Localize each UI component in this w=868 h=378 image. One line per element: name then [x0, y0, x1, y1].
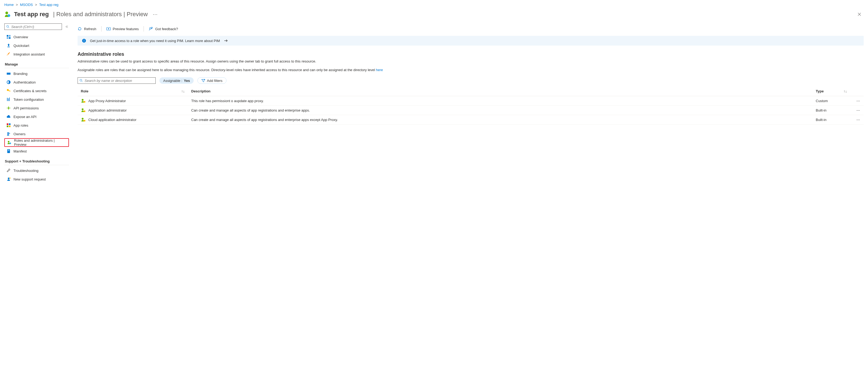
- sort-icon[interactable]: ↑↓: [181, 89, 185, 93]
- preview-label: Preview features: [113, 27, 139, 31]
- svg-rect-15: [10, 90, 10, 92]
- sidebar-item-app-roles[interactable]: App roles: [4, 121, 69, 129]
- collapse-sidebar-button[interactable]: [65, 25, 69, 29]
- section-desc-2: Assignable roles are roles that can be a…: [78, 67, 864, 73]
- sidebar-item-authentication[interactable]: Authentication: [4, 78, 69, 86]
- svg-point-45: [82, 118, 84, 120]
- sidebar-search-input[interactable]: [11, 25, 60, 29]
- svg-point-24: [7, 132, 9, 134]
- sidebar-item-roles-admins[interactable]: Roles and administrators | Preview: [4, 138, 69, 147]
- role-search-input[interactable]: [85, 79, 154, 83]
- sidebar-item-new-support[interactable]: New support request: [4, 175, 69, 183]
- sidebar-group-support: Support + Troubleshooting: [4, 155, 69, 165]
- sidebar-item-label: Troubleshooting: [13, 169, 38, 173]
- more-menu-button[interactable]: ⋯: [151, 11, 159, 17]
- sidebar-item-label: API permissions: [13, 106, 39, 110]
- breadcrumb-msods[interactable]: MSODS: [20, 3, 33, 7]
- svg-line-3: [8, 27, 9, 28]
- svg-point-25: [9, 133, 10, 134]
- row-more-button[interactable]: ⋯: [850, 96, 864, 106]
- preview-icon: [106, 27, 111, 31]
- info-icon: [82, 38, 86, 43]
- sidebar-item-api-permissions[interactable]: API permissions: [4, 104, 69, 112]
- sort-icon[interactable]: ↑↓: [843, 89, 847, 93]
- refresh-label: Refresh: [84, 27, 96, 31]
- svg-rect-7: [9, 37, 10, 39]
- role-type: Built-in: [812, 106, 850, 115]
- api-permissions-icon: [6, 106, 11, 110]
- key-icon: [6, 89, 11, 93]
- sidebar-item-quickstart[interactable]: Quickstart: [4, 41, 69, 50]
- filter-assignable-value: Yes: [184, 79, 190, 83]
- command-bar: Refresh Preview features Got feedback?: [78, 24, 864, 34]
- sidebar-item-branding[interactable]: Branding: [4, 69, 69, 78]
- role-icon: [81, 108, 86, 113]
- main-content: Refresh Preview features Got feedback? G…: [69, 24, 864, 124]
- sidebar-item-expose-api[interactable]: Expose an API: [4, 112, 69, 121]
- svg-rect-23: [9, 125, 10, 127]
- wrench-icon: [6, 168, 11, 173]
- close-button[interactable]: [855, 10, 864, 19]
- column-role[interactable]: Role↑↓: [78, 86, 188, 96]
- search-icon: [6, 25, 10, 29]
- sidebar-search[interactable]: [4, 24, 62, 30]
- role-name: Application administrator: [88, 108, 127, 112]
- sidebar-item-label: Branding: [13, 72, 28, 76]
- table-row[interactable]: Cloud application administratorCan creat…: [78, 115, 864, 124]
- chevron-double-left-icon: [65, 25, 68, 28]
- refresh-button[interactable]: Refresh: [78, 27, 96, 31]
- sidebar-item-label: Owners: [13, 132, 26, 136]
- breadcrumb-separator: >: [35, 3, 37, 7]
- column-type[interactable]: Type↑↓: [812, 86, 850, 96]
- role-name: Cloud application administrator: [88, 118, 136, 122]
- banner-learn-more-arrow[interactable]: [224, 38, 228, 43]
- breadcrumb-home[interactable]: Home: [4, 3, 14, 7]
- roles-table: Role↑↓ Description Type↑↓ App Proxy Admi…: [78, 86, 864, 124]
- table-row[interactable]: Application administratorCan create and …: [78, 106, 864, 115]
- info-banner: Get just-in-time access to a role when y…: [78, 36, 864, 46]
- authentication-icon: [6, 80, 11, 84]
- svg-rect-6: [7, 37, 8, 39]
- svg-line-40: [82, 81, 83, 82]
- sidebar-item-label: Authentication: [13, 80, 36, 84]
- feedback-button[interactable]: Got feedback?: [149, 27, 178, 31]
- table-row[interactable]: App Proxy AdministratorThis role has per…: [78, 96, 864, 106]
- breadcrumb-app[interactable]: Test app reg: [39, 3, 59, 7]
- svg-point-26: [8, 141, 9, 143]
- role-description: Can create and manage all aspects of app…: [188, 106, 812, 115]
- preview-features-button[interactable]: Preview features: [106, 27, 139, 31]
- svg-point-19: [8, 107, 9, 109]
- row-more-button[interactable]: ⋯: [850, 115, 864, 124]
- svg-point-35: [150, 27, 151, 29]
- page-title: Test app reg: [14, 11, 49, 18]
- breadcrumb: Home > MSODS > Test app reg: [0, 0, 868, 8]
- breadcrumb-separator: >: [16, 3, 18, 7]
- sidebar-item-owners[interactable]: Owners: [4, 129, 69, 138]
- sidebar-item-troubleshooting[interactable]: Troubleshooting: [4, 166, 69, 175]
- role-type: Custom: [812, 96, 850, 106]
- role-search[interactable]: [78, 77, 156, 84]
- column-description[interactable]: Description: [188, 86, 812, 96]
- row-more-button[interactable]: ⋯: [850, 106, 864, 115]
- svg-rect-11: [7, 72, 10, 73]
- sidebar-item-label: Certificates & secrets: [13, 89, 46, 93]
- sidebar-item-manifest[interactable]: Manifest: [4, 147, 69, 155]
- sidebar-group-manage: Manage: [4, 58, 69, 68]
- sidebar-item-overview[interactable]: Overview: [4, 33, 69, 41]
- here-link[interactable]: here: [376, 68, 383, 72]
- app-registration-icon: [4, 11, 11, 18]
- svg-rect-20: [7, 123, 8, 125]
- sidebar-item-token-config[interactable]: Token configuration: [4, 95, 69, 104]
- filter-assignable[interactable]: Assignable : Yes: [159, 77, 194, 84]
- owners-icon: [6, 132, 11, 136]
- sidebar-item-integration-assistant[interactable]: Integration assistant: [4, 50, 69, 58]
- quickstart-icon: [6, 43, 11, 48]
- token-icon: [6, 97, 11, 101]
- add-filters-button[interactable]: Add filters: [197, 77, 226, 84]
- sidebar-item-certificates[interactable]: Certificates & secrets: [4, 86, 69, 95]
- role-type: Built-in: [812, 115, 850, 124]
- svg-point-9: [9, 53, 10, 54]
- sidebar-item-label: Token configuration: [13, 97, 44, 101]
- svg-point-0: [5, 11, 8, 14]
- svg-point-32: [9, 178, 10, 179]
